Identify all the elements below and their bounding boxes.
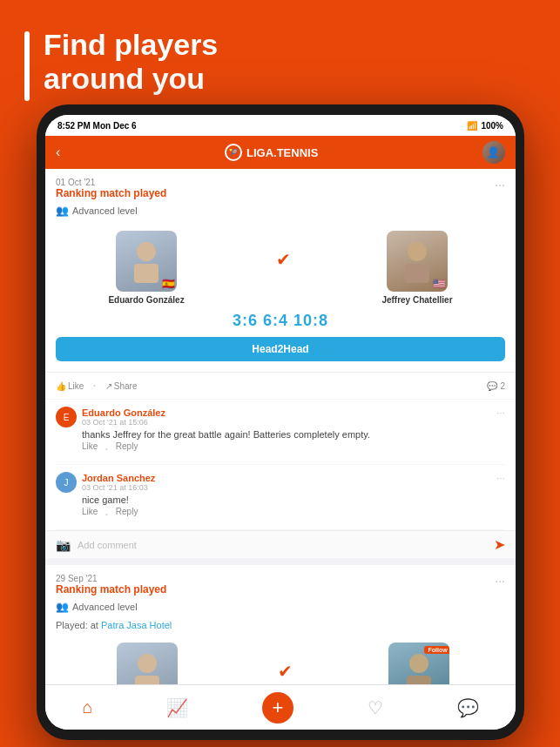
more-options-1[interactable]: ··· <box>495 178 505 192</box>
comment-more-2[interactable]: ··· <box>496 472 505 484</box>
location-link[interactable]: Patra Jasa Hotel <box>101 620 172 630</box>
match-header-2: 29 Sep '21 Ranking match played ··· <box>45 565 516 599</box>
comment-avatar-1: E <box>56 407 77 427</box>
comment-actions-1: Like · Reply <box>82 441 505 457</box>
bottom-nav: ⌂ 📈 + ♡ 💬 <box>45 684 516 730</box>
svg-rect-7 <box>407 676 431 684</box>
svg-rect-1 <box>134 264 159 283</box>
device-frame: 8:52 PM Mon Dec 6 📶 100% ‹ 🎾 LIGA.TENNIS… <box>37 104 524 740</box>
match-type-1: Ranking match played <box>56 187 166 199</box>
status-time: 8:52 PM Mon Dec 6 <box>57 121 137 131</box>
match-card-2: 29 Sep '21 Ranking match played ··· 👥 Ad… <box>45 565 516 684</box>
comment-reply-1[interactable]: Reply <box>116 441 138 457</box>
nav-chat[interactable]: 💬 <box>457 697 479 718</box>
send-button-1[interactable]: ➤ <box>494 536 505 553</box>
add-comment-input-1[interactable]: Add comment <box>78 540 487 550</box>
app-logo: 🎾 LIGA.TENNIS <box>225 144 318 161</box>
add-comment-bar-1: 📷 Add comment ➤ <box>45 530 516 558</box>
comment-text-2: nice game! <box>82 495 505 505</box>
chart-icon: 📈 <box>166 697 188 718</box>
comment-avatar-2: J <box>56 472 77 493</box>
svg-rect-5 <box>135 676 159 684</box>
content-scroll[interactable]: 01 Oct '21 Ranking match played ··· 👥 Ad… <box>45 169 516 684</box>
social-left-1: 👍 Like · ↗ Share <box>56 378 138 394</box>
match-header-1: 01 Oct '21 Ranking match played ··· <box>45 169 516 203</box>
hero-accent <box>24 31 30 101</box>
comment-reply-2[interactable]: Reply <box>116 507 138 522</box>
svg-point-2 <box>408 242 427 261</box>
wifi-icon: 📶 <box>467 121 477 131</box>
add-icon: + <box>273 697 284 719</box>
comment-date-2: 03 Oct '21 at 16:03 <box>82 483 155 492</box>
match-card-1: 01 Oct '21 Ranking match played ··· 👥 Ad… <box>45 169 516 558</box>
logo-text: LIGA.TENNIS <box>246 146 318 159</box>
player2-name: Jeffrey Chatellier <box>381 295 452 305</box>
svg-point-6 <box>409 654 428 673</box>
player1-avatar: 🇪🇸 <box>116 231 177 292</box>
status-icons: 📶 100% <box>467 121 503 131</box>
nav-add-button[interactable]: + <box>262 692 293 723</box>
more-options-2[interactable]: ··· <box>495 574 505 588</box>
social-bar-1: 👍 Like · ↗ Share 💬 2 <box>45 372 516 399</box>
player2-col: 🇺🇸 Jeffrey Chatellier <box>381 231 452 305</box>
comment-like-1[interactable]: Like <box>82 441 98 457</box>
player1-flag: 🇪🇸 <box>162 278 175 290</box>
comment-header-2: J Jordan Sanchez 03 Oct '21 at 16:03 <box>56 472 505 493</box>
comment-icon-1: 💬 <box>487 381 497 391</box>
player3-avatar: 🇪🇸 <box>117 643 178 684</box>
vs-checkmark-2: ✔ <box>278 661 293 682</box>
match-level-2: 👥 Advanced level <box>45 599 516 620</box>
player1-name: Eduardo González <box>108 295 184 305</box>
heart-icon: ♡ <box>368 697 383 718</box>
home-icon: ⌂ <box>82 697 92 717</box>
comment-more-1[interactable]: ··· <box>496 407 505 419</box>
comment-text-1: thanks Jeffrey for the great battle agai… <box>82 429 505 440</box>
comment-header-1: E Eduardo González 03 Oct '21 at 15:06 <box>56 407 505 427</box>
comment-item-2: J Jordan Sanchez 03 Oct '21 at 16:03 nic… <box>56 465 505 530</box>
match-level-1: 👥 Advanced level <box>45 203 516 224</box>
match-date-1: 01 Oct '21 <box>56 178 166 187</box>
share-icon-1: ↗ <box>105 381 112 391</box>
chat-icon: 💬 <box>457 697 479 718</box>
match-date-2: 29 Sep '21 <box>56 574 166 583</box>
comments-section-1: E Eduardo González 03 Oct '21 at 15:06 t… <box>45 399 516 530</box>
battery-icon: 100% <box>481 121 503 131</box>
comment-count-1: 💬 2 <box>487 381 505 391</box>
comment-date-1: 03 Oct '21 at 15:06 <box>82 418 165 427</box>
player3-col: 🇪🇸 Eduardo González <box>109 643 185 684</box>
app-header: ‹ 🎾 LIGA.TENNIS 👤 <box>45 136 516 169</box>
level-icon-1: 👥 <box>56 205 69 217</box>
player1-col: 🇪🇸 Eduardo González <box>108 231 184 305</box>
match-type-2: Ranking match played <box>56 583 166 596</box>
nav-home[interactable]: ⌂ <box>82 697 92 717</box>
device-screen: 8:52 PM Mon Dec 6 📶 100% ‹ 🎾 LIGA.TENNIS… <box>45 115 516 730</box>
player4-col: Follow 🇵🇱 Adrian Dobiecki <box>386 643 452 684</box>
user-avatar[interactable]: 👤 <box>482 141 505 164</box>
svg-point-4 <box>138 654 157 673</box>
svg-point-0 <box>137 242 156 261</box>
comment-like-2[interactable]: Like <box>82 507 98 522</box>
player2-flag: 🇺🇸 <box>433 278 446 290</box>
players-row-1: 🇪🇸 Eduardo González ✔ 🇺🇸 Jeffrey Chatell <box>45 224 516 308</box>
comment-author-2: Jordan Sanchez <box>82 473 155 483</box>
player4-avatar: Follow 🇵🇱 <box>388 643 449 684</box>
hero-title-line2: around you <box>44 62 218 96</box>
player2-avatar: 🇺🇸 <box>387 231 448 292</box>
h2h-button-1[interactable]: Head2Head <box>56 337 505 361</box>
players-row-2: 🇪🇸 Eduardo González ✔ Follow 🇵🇱 <box>45 636 516 684</box>
vs-checkmark: ✔ <box>276 249 291 270</box>
nav-heart[interactable]: ♡ <box>368 697 383 718</box>
back-button[interactable]: ‹ <box>56 145 60 160</box>
comment-actions-2: Like · Reply <box>82 507 505 522</box>
follow-badge[interactable]: Follow <box>424 646 449 654</box>
logo-icon: 🎾 <box>225 144 242 161</box>
svg-rect-3 <box>405 264 429 283</box>
like-button-1[interactable]: 👍 Like <box>56 381 84 391</box>
match-score-1: 3:6 6:4 10:8 <box>45 308 516 337</box>
like-icon-1: 👍 <box>56 381 66 391</box>
camera-icon-1: 📷 <box>56 538 71 552</box>
nav-chart[interactable]: 📈 <box>166 697 188 718</box>
comment-item-1: E Eduardo González 03 Oct '21 at 15:06 t… <box>56 400 505 465</box>
comment-author-1: Eduardo González <box>82 407 165 418</box>
share-button-1[interactable]: ↗ Share <box>105 381 138 391</box>
